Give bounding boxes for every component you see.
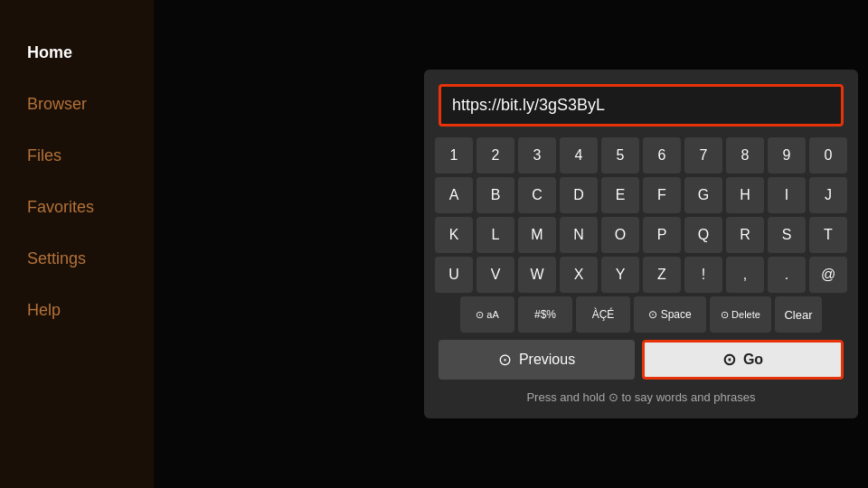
key-5[interactable]: 5: [601, 137, 639, 174]
key-comma[interactable]: ,: [726, 257, 764, 293]
key-r[interactable]: R: [726, 217, 764, 253]
key-exclaim[interactable]: !: [684, 257, 722, 293]
key-l[interactable]: L: [476, 217, 514, 253]
key-n[interactable]: N: [560, 217, 598, 253]
key-accents[interactable]: ÀÇÉ: [576, 296, 630, 333]
key-row-a: A B C D E F G H I J: [439, 177, 844, 213]
key-z[interactable]: Z: [643, 257, 681, 293]
voice-hint-text: Press and hold ⊙ to say words and phrase…: [526, 390, 755, 404]
key-s[interactable]: S: [768, 217, 806, 253]
go-icon: ⊙: [722, 350, 736, 370]
sidebar-item-browser[interactable]: Browser: [0, 79, 154, 130]
key-a[interactable]: A: [435, 177, 473, 213]
previous-label: Previous: [519, 352, 575, 368]
url-input[interactable]: [441, 87, 841, 124]
key-clear[interactable]: Clear: [775, 296, 822, 333]
key-m[interactable]: M: [518, 217, 556, 253]
key-7[interactable]: 7: [684, 137, 722, 174]
previous-button[interactable]: ⊙ Previous: [439, 340, 635, 380]
key-8[interactable]: 8: [726, 137, 764, 174]
key-row-numbers: 1 2 3 4 5 6 7 8 9 0: [439, 137, 844, 174]
keyboard: 1 2 3 4 5 6 7 8 9 0 A B C D E F G H: [439, 137, 844, 333]
sidebar-item-home[interactable]: Home: [0, 27, 154, 79]
key-row-c: U V W X Y Z ! , . @: [439, 257, 844, 293]
key-x[interactable]: X: [560, 257, 598, 293]
go-label: Go: [743, 352, 763, 368]
key-c[interactable]: C: [518, 177, 556, 213]
key-g[interactable]: G: [684, 177, 722, 213]
key-t[interactable]: T: [809, 217, 847, 253]
key-v[interactable]: V: [476, 257, 514, 293]
key-o[interactable]: O: [601, 217, 639, 253]
key-h[interactable]: H: [726, 177, 764, 213]
key-1[interactable]: 1: [435, 137, 473, 174]
key-3[interactable]: 3: [518, 137, 556, 174]
key-row-special: ⊙ aA #$% ÀÇÉ ⊙ Space ⊙ Delete Clear: [439, 296, 844, 333]
key-9[interactable]: 9: [768, 137, 806, 174]
key-d[interactable]: D: [560, 177, 598, 213]
key-p[interactable]: P: [643, 217, 681, 253]
previous-icon: ⊙: [498, 350, 512, 370]
sidebar-item-help[interactable]: Help: [0, 285, 154, 336]
key-j[interactable]: J: [809, 177, 847, 213]
main-area: ase donation buttons: ) $10 $20 $50 $100…: [154, 0, 868, 488]
key-symbols[interactable]: #$%: [518, 296, 572, 333]
key-2[interactable]: 2: [476, 137, 514, 174]
key-w[interactable]: W: [518, 257, 556, 293]
key-y[interactable]: Y: [601, 257, 639, 293]
key-row-b: K L M N O P Q R S T: [439, 217, 844, 253]
bottom-buttons: ⊙ Previous ⊙ Go: [439, 340, 844, 380]
key-e[interactable]: E: [601, 177, 639, 213]
go-button[interactable]: ⊙ Go: [642, 340, 844, 380]
sidebar-item-favorites[interactable]: Favorites: [0, 182, 154, 233]
key-space[interactable]: ⊙ Space: [634, 296, 706, 333]
voice-hint: Press and hold ⊙ to say words and phrase…: [439, 390, 844, 404]
key-i[interactable]: I: [768, 177, 806, 213]
key-k[interactable]: K: [435, 217, 473, 253]
key-at[interactable]: @: [809, 257, 847, 293]
sidebar: Home Browser Files Favorites Settings He…: [0, 0, 154, 488]
key-u[interactable]: U: [435, 257, 473, 293]
key-delete[interactable]: ⊙ Delete: [710, 296, 771, 333]
keyboard-modal: 1 2 3 4 5 6 7 8 9 0 A B C D E F G H: [424, 70, 858, 418]
key-0[interactable]: 0: [809, 137, 847, 174]
key-4[interactable]: 4: [560, 137, 598, 174]
key-f[interactable]: F: [643, 177, 681, 213]
key-b[interactable]: B: [476, 177, 514, 213]
sidebar-item-files[interactable]: Files: [0, 130, 154, 182]
key-6[interactable]: 6: [643, 137, 681, 174]
key-period[interactable]: .: [768, 257, 806, 293]
url-input-container[interactable]: [439, 84, 844, 127]
key-q[interactable]: Q: [684, 217, 722, 253]
key-shift[interactable]: ⊙ aA: [460, 296, 514, 333]
sidebar-item-settings[interactable]: Settings: [0, 233, 154, 285]
